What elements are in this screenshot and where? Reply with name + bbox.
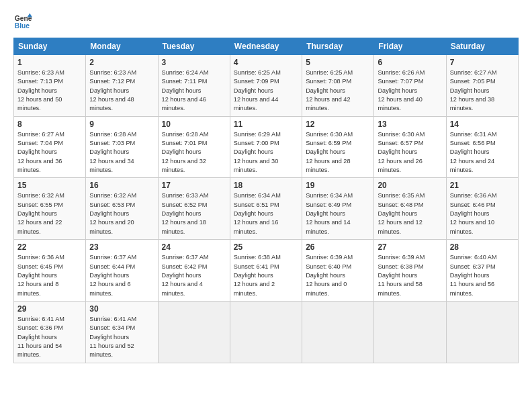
day-info: Sunrise: 6:23 AMSunset: 7:12 PMDaylight … xyxy=(89,68,154,113)
day-info: Sunrise: 6:33 AMSunset: 6:52 PMDaylight … xyxy=(162,191,226,236)
day-info: Sunrise: 6:41 AMSunset: 6:34 PMDaylight … xyxy=(89,315,154,360)
day-number: 21 xyxy=(450,181,515,190)
calendar-cell: 29Sunrise: 6:41 AMSunset: 6:36 PMDayligh… xyxy=(14,301,86,363)
calendar-cell: 1Sunrise: 6:23 AMSunset: 7:13 PMDaylight… xyxy=(14,55,86,117)
calendar-cell: 9Sunrise: 6:28 AMSunset: 7:03 PMDaylight… xyxy=(86,116,158,178)
header: General Blue xyxy=(13,12,519,31)
day-number: 13 xyxy=(378,120,442,129)
day-info: Sunrise: 6:30 AMSunset: 6:59 PMDaylight … xyxy=(306,130,370,175)
day-number: 7 xyxy=(450,58,515,67)
calendar-cell: 11Sunrise: 6:29 AMSunset: 7:00 PMDayligh… xyxy=(230,116,302,178)
day-info: Sunrise: 6:34 AMSunset: 6:51 PMDaylight … xyxy=(234,191,298,236)
day-number: 30 xyxy=(89,304,154,314)
page: General Blue SundayMondayTuesdayWednesda… xyxy=(0,0,532,411)
calendar-cell: 25Sunrise: 6:38 AMSunset: 6:41 PMDayligh… xyxy=(230,240,302,302)
calendar-cell: 15Sunrise: 6:32 AMSunset: 6:55 PMDayligh… xyxy=(14,178,86,240)
calendar-cell: 7Sunrise: 6:27 AMSunset: 7:05 PMDaylight… xyxy=(446,55,518,117)
calendar-cell: 13Sunrise: 6:30 AMSunset: 6:57 PMDayligh… xyxy=(374,116,446,178)
day-info: Sunrise: 6:34 AMSunset: 6:49 PMDaylight … xyxy=(306,191,370,236)
calendar-cell xyxy=(158,301,230,363)
day-number: 16 xyxy=(89,181,154,190)
day-info: Sunrise: 6:40 AMSunset: 6:37 PMDaylight … xyxy=(450,253,515,298)
calendar-table: SundayMondayTuesdayWednesdayThursdayFrid… xyxy=(13,38,519,363)
calendar-week-2: 8Sunrise: 6:27 AMSunset: 7:04 PMDaylight… xyxy=(14,116,519,178)
day-info: Sunrise: 6:28 AMSunset: 7:01 PMDaylight … xyxy=(162,130,226,175)
day-number: 3 xyxy=(162,58,226,67)
day-info: Sunrise: 6:41 AMSunset: 6:36 PMDaylight … xyxy=(17,315,82,360)
day-number: 23 xyxy=(89,242,154,252)
calendar-cell xyxy=(302,301,374,363)
calendar-cell: 8Sunrise: 6:27 AMSunset: 7:04 PMDaylight… xyxy=(14,116,86,178)
calendar-cell: 30Sunrise: 6:41 AMSunset: 6:34 PMDayligh… xyxy=(86,301,158,363)
calendar-cell: 19Sunrise: 6:34 AMSunset: 6:49 PMDayligh… xyxy=(302,178,374,240)
calendar-week-4: 22Sunrise: 6:36 AMSunset: 6:45 PMDayligh… xyxy=(14,240,519,302)
calendar-cell: 20Sunrise: 6:35 AMSunset: 6:48 PMDayligh… xyxy=(374,178,446,240)
calendar-cell xyxy=(374,301,446,363)
calendar-week-5: 29Sunrise: 6:41 AMSunset: 6:36 PMDayligh… xyxy=(14,301,519,363)
day-number: 9 xyxy=(89,120,154,129)
day-header-thursday: Thursday xyxy=(302,38,374,55)
logo-icon: General Blue xyxy=(13,12,32,31)
day-header-wednesday: Wednesday xyxy=(230,38,302,55)
calendar-cell: 17Sunrise: 6:33 AMSunset: 6:52 PMDayligh… xyxy=(158,178,230,240)
calendar-cell: 27Sunrise: 6:39 AMSunset: 6:38 PMDayligh… xyxy=(374,240,446,302)
calendar-week-3: 15Sunrise: 6:32 AMSunset: 6:55 PMDayligh… xyxy=(14,178,519,240)
day-number: 15 xyxy=(17,181,82,190)
day-number: 22 xyxy=(17,242,82,252)
day-info: Sunrise: 6:25 AMSunset: 7:08 PMDaylight … xyxy=(306,68,370,113)
day-info: Sunrise: 6:27 AMSunset: 7:05 PMDaylight … xyxy=(450,68,515,113)
day-header-tuesday: Tuesday xyxy=(158,38,230,55)
day-number: 29 xyxy=(17,304,82,314)
day-info: Sunrise: 6:37 AMSunset: 6:44 PMDaylight … xyxy=(89,253,154,298)
calendar-cell: 4Sunrise: 6:25 AMSunset: 7:09 PMDaylight… xyxy=(230,55,302,117)
day-info: Sunrise: 6:36 AMSunset: 6:45 PMDaylight … xyxy=(17,253,82,298)
logo: General Blue xyxy=(13,12,32,31)
day-number: 20 xyxy=(378,181,442,190)
calendar-cell: 3Sunrise: 6:24 AMSunset: 7:11 PMDaylight… xyxy=(158,55,230,117)
day-number: 18 xyxy=(234,181,298,190)
day-number: 12 xyxy=(306,120,370,129)
calendar-cell: 6Sunrise: 6:26 AMSunset: 7:07 PMDaylight… xyxy=(374,55,446,117)
calendar-cell: 23Sunrise: 6:37 AMSunset: 6:44 PMDayligh… xyxy=(86,240,158,302)
day-info: Sunrise: 6:29 AMSunset: 7:00 PMDaylight … xyxy=(234,130,298,175)
calendar-cell: 10Sunrise: 6:28 AMSunset: 7:01 PMDayligh… xyxy=(158,116,230,178)
day-number: 2 xyxy=(89,58,154,67)
day-number: 26 xyxy=(306,242,370,252)
calendar-cell: 2Sunrise: 6:23 AMSunset: 7:12 PMDaylight… xyxy=(86,55,158,117)
day-header-saturday: Saturday xyxy=(446,38,518,55)
day-number: 14 xyxy=(450,120,515,129)
day-info: Sunrise: 6:27 AMSunset: 7:04 PMDaylight … xyxy=(17,130,82,175)
day-number: 5 xyxy=(306,58,370,67)
svg-text:Blue: Blue xyxy=(15,22,30,30)
day-header-monday: Monday xyxy=(86,38,158,55)
day-number: 4 xyxy=(234,58,298,67)
day-info: Sunrise: 6:23 AMSunset: 7:13 PMDaylight … xyxy=(17,68,82,113)
calendar-cell: 14Sunrise: 6:31 AMSunset: 6:56 PMDayligh… xyxy=(446,116,518,178)
day-info: Sunrise: 6:37 AMSunset: 6:42 PMDaylight … xyxy=(162,253,226,298)
day-info: Sunrise: 6:35 AMSunset: 6:48 PMDaylight … xyxy=(378,191,442,236)
day-header-sunday: Sunday xyxy=(14,38,86,55)
calendar-cell: 18Sunrise: 6:34 AMSunset: 6:51 PMDayligh… xyxy=(230,178,302,240)
day-number: 28 xyxy=(450,242,515,252)
calendar-cell: 22Sunrise: 6:36 AMSunset: 6:45 PMDayligh… xyxy=(14,240,86,302)
calendar-cell: 26Sunrise: 6:39 AMSunset: 6:40 PMDayligh… xyxy=(302,240,374,302)
calendar-cell: 21Sunrise: 6:36 AMSunset: 6:46 PMDayligh… xyxy=(446,178,518,240)
day-info: Sunrise: 6:26 AMSunset: 7:07 PMDaylight … xyxy=(378,68,442,113)
calendar-cell: 5Sunrise: 6:25 AMSunset: 7:08 PMDaylight… xyxy=(302,55,374,117)
calendar-cell xyxy=(446,301,518,363)
calendar-cell: 12Sunrise: 6:30 AMSunset: 6:59 PMDayligh… xyxy=(302,116,374,178)
day-header-friday: Friday xyxy=(374,38,446,55)
day-info: Sunrise: 6:28 AMSunset: 7:03 PMDaylight … xyxy=(89,130,154,175)
day-number: 24 xyxy=(162,242,226,252)
day-info: Sunrise: 6:31 AMSunset: 6:56 PMDaylight … xyxy=(450,130,515,175)
day-number: 11 xyxy=(234,120,298,129)
calendar-cell: 28Sunrise: 6:40 AMSunset: 6:37 PMDayligh… xyxy=(446,240,518,302)
day-number: 8 xyxy=(17,120,82,129)
day-info: Sunrise: 6:25 AMSunset: 7:09 PMDaylight … xyxy=(234,68,298,113)
day-info: Sunrise: 6:39 AMSunset: 6:40 PMDaylight … xyxy=(306,253,370,298)
day-info: Sunrise: 6:32 AMSunset: 6:55 PMDaylight … xyxy=(17,191,82,236)
day-number: 17 xyxy=(162,181,226,190)
calendar-body: 1Sunrise: 6:23 AMSunset: 7:13 PMDaylight… xyxy=(14,55,519,363)
day-number: 1 xyxy=(17,58,82,67)
day-info: Sunrise: 6:30 AMSunset: 6:57 PMDaylight … xyxy=(378,130,442,175)
